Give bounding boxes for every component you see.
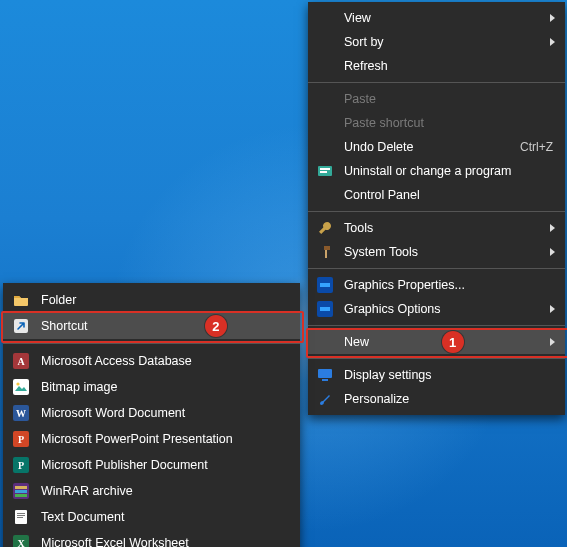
svg-rect-24 xyxy=(15,490,27,493)
svg-rect-29 xyxy=(17,517,23,518)
folder-icon xyxy=(11,291,31,309)
excel-icon: X xyxy=(11,534,31,547)
svg-rect-28 xyxy=(17,515,25,516)
menu-item-label: System Tools xyxy=(344,245,553,259)
hammer-icon xyxy=(316,243,334,261)
menu-item-folder[interactable]: Folder xyxy=(3,287,300,313)
pub-icon: P xyxy=(11,456,31,474)
svg-rect-8 xyxy=(320,307,330,311)
menu-item-shortcut[interactable]: Shortcut xyxy=(3,313,300,339)
svg-rect-14 xyxy=(13,379,29,395)
menu-item-undo-delete[interactable]: Undo DeleteCtrl+Z xyxy=(308,135,565,159)
menu-item-label: Undo Delete xyxy=(344,140,520,154)
menu-item-label: Microsoft PowerPoint Presentation xyxy=(41,432,288,446)
menu-item-paste: Paste xyxy=(308,87,565,111)
menu-item-label: Uninstall or change a program xyxy=(344,164,553,178)
menu-item-personalize[interactable]: Personalize xyxy=(308,387,565,411)
separator xyxy=(308,358,565,359)
wrench-icon xyxy=(316,219,334,237)
svg-rect-9 xyxy=(318,369,332,378)
rar-icon xyxy=(11,482,31,500)
menu-item-tools[interactable]: Tools xyxy=(308,216,565,240)
svg-text:P: P xyxy=(18,434,24,445)
svg-rect-4 xyxy=(325,250,327,258)
menu-item-uninstall-or-change-a-program[interactable]: Uninstall or change a program xyxy=(308,159,565,183)
menu-item-label: View xyxy=(344,11,553,25)
svg-text:A: A xyxy=(17,356,25,367)
svg-rect-10 xyxy=(322,379,328,381)
svg-rect-23 xyxy=(15,486,27,489)
menu-item-label: Control Panel xyxy=(344,188,553,202)
desktop[interactable]: ViewSort byRefreshPastePaste shortcutUnd… xyxy=(0,0,567,547)
separator xyxy=(308,325,565,326)
menu-item-microsoft-publisher-document[interactable]: PMicrosoft Publisher Document xyxy=(3,452,300,478)
menu-item-new[interactable]: New xyxy=(308,330,565,354)
ppt-icon: P xyxy=(11,430,31,448)
menu-item-label: Paste shortcut xyxy=(344,116,553,130)
menu-item-text-document[interactable]: Text Document xyxy=(3,504,300,530)
menu-item-label: Personalize xyxy=(344,392,553,406)
context-menu: ViewSort byRefreshPastePaste shortcutUnd… xyxy=(308,2,565,415)
svg-rect-3 xyxy=(324,246,330,250)
menu-item-refresh[interactable]: Refresh xyxy=(308,54,565,78)
menu-item-label: Shortcut xyxy=(41,319,288,333)
separator xyxy=(308,82,565,83)
programs-icon xyxy=(316,162,334,180)
separator xyxy=(308,268,565,269)
menu-item-label: Sort by xyxy=(344,35,553,49)
callout-1: 1 xyxy=(442,331,464,353)
brush-icon xyxy=(316,390,334,408)
menu-item-control-panel[interactable]: Control Panel xyxy=(308,183,565,207)
svg-rect-2 xyxy=(320,171,327,173)
blank-icon xyxy=(316,33,334,51)
menu-item-label: Graphics Properties... xyxy=(344,278,553,292)
svg-rect-27 xyxy=(17,513,25,514)
separator xyxy=(308,211,565,212)
menu-item-label: Microsoft Publisher Document xyxy=(41,458,288,472)
menu-item-label: Text Document xyxy=(41,510,288,524)
menu-item-winrar-archive[interactable]: WinRAR archive xyxy=(3,478,300,504)
menu-item-paste-shortcut: Paste shortcut xyxy=(308,111,565,135)
svg-rect-1 xyxy=(320,168,330,170)
menu-item-label: Bitmap image xyxy=(41,380,288,394)
blank-icon xyxy=(316,57,334,75)
menu-item-graphics-options[interactable]: Graphics Options xyxy=(308,297,565,321)
menu-item-bitmap-image[interactable]: Bitmap image xyxy=(3,374,300,400)
svg-point-15 xyxy=(16,382,19,385)
menu-item-microsoft-powerpoint-presentation[interactable]: PMicrosoft PowerPoint Presentation xyxy=(3,426,300,452)
callout-2: 2 xyxy=(205,315,227,337)
shortcut-icon xyxy=(11,317,31,335)
menu-item-graphics-properties[interactable]: Graphics Properties... xyxy=(308,273,565,297)
word-icon: W xyxy=(11,404,31,422)
menu-item-microsoft-excel-worksheet[interactable]: XMicrosoft Excel Worksheet xyxy=(3,530,300,547)
separator xyxy=(3,343,300,344)
menu-item-label: Folder xyxy=(41,293,288,307)
new-submenu: FolderShortcutAMicrosoft Access Database… xyxy=(3,283,300,547)
svg-text:P: P xyxy=(18,460,24,471)
bitmap-icon xyxy=(11,378,31,396)
menu-item-microsoft-access-database[interactable]: AMicrosoft Access Database xyxy=(3,348,300,374)
menu-item-label: Tools xyxy=(344,221,553,235)
blank-icon xyxy=(316,138,334,156)
blank-icon xyxy=(316,9,334,27)
menu-item-display-settings[interactable]: Display settings xyxy=(308,363,565,387)
menu-item-accel: Ctrl+Z xyxy=(520,140,553,154)
access-icon: A xyxy=(11,352,31,370)
menu-item-view[interactable]: View xyxy=(308,6,565,30)
menu-item-label: Refresh xyxy=(344,59,553,73)
menu-item-label: Display settings xyxy=(344,368,553,382)
menu-item-label: Graphics Options xyxy=(344,302,553,316)
menu-item-microsoft-word-document[interactable]: WMicrosoft Word Document xyxy=(3,400,300,426)
blank-icon xyxy=(316,186,334,204)
txt-icon xyxy=(11,508,31,526)
blank-icon xyxy=(316,333,334,351)
svg-text:X: X xyxy=(17,538,25,547)
svg-rect-6 xyxy=(320,283,330,287)
menu-item-label: Microsoft Word Document xyxy=(41,406,288,420)
menu-item-label: WinRAR archive xyxy=(41,484,288,498)
menu-item-label: Microsoft Excel Worksheet xyxy=(41,536,288,547)
monitor-icon xyxy=(316,366,334,384)
menu-item-system-tools[interactable]: System Tools xyxy=(308,240,565,264)
blank-icon xyxy=(316,90,334,108)
menu-item-sort-by[interactable]: Sort by xyxy=(308,30,565,54)
